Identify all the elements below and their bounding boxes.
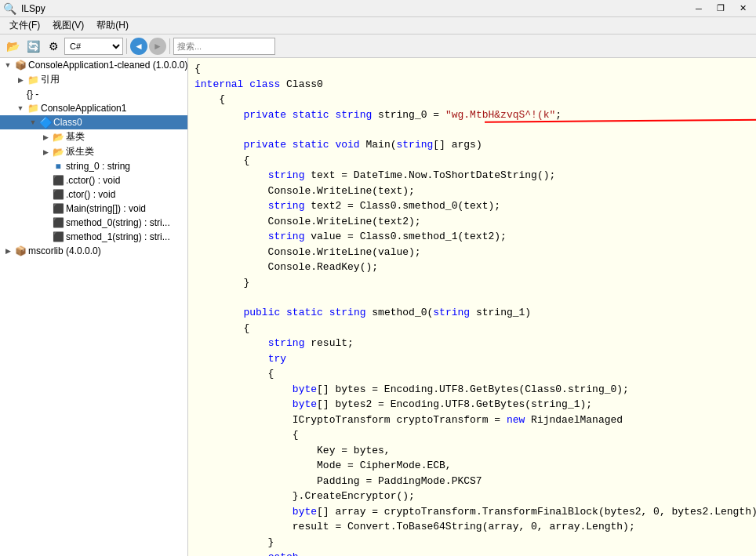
expand-icon[interactable] [39, 160, 52, 173]
code-line: } [194, 535, 750, 551]
code-token: Console.WriteLine(value); [194, 246, 421, 258]
code-token: Main( [360, 139, 397, 151]
tree-item-mscorlib[interactable]: ▶📦mscorlib (4.0.0.0) [0, 244, 187, 258]
tree-label: string_0 : string [66, 161, 130, 172]
refresh-button[interactable]: 🔄 [24, 37, 42, 56]
code-line [194, 290, 750, 305]
code-token: result = Convert.ToBase64String(array, 0… [194, 521, 635, 532]
tree-item-braces1[interactable]: {} - [0, 87, 187, 101]
tree-item-cctor[interactable]: ⬛.cctor() : void [0, 173, 187, 187]
code-token [194, 139, 243, 151]
close-button[interactable]: ✕ [732, 1, 753, 16]
tree-label: Class0 [53, 117, 82, 128]
code-container: {internal class Class0 { private static … [194, 61, 750, 556]
code-line: Console.WriteLine(text); [194, 184, 750, 199]
expand-icon[interactable] [14, 88, 27, 100]
expand-icon[interactable]: ▼ [2, 59, 14, 71]
code-token: private [243, 109, 286, 121]
code-token: byte [293, 398, 317, 410]
tree-icon: ⬛ [52, 202, 64, 215]
code-token: } [194, 536, 274, 548]
code-line: string text = DateTime.Now.ToShortDateSt… [194, 168, 750, 184]
code-token: public [243, 307, 280, 318]
tree-label: 引用 [41, 73, 60, 86]
tree-icon: 📦 [14, 59, 27, 71]
menu-help[interactable]: 帮助(H) [90, 17, 135, 34]
code-token: }.CreateEncryptor(); [194, 490, 415, 502]
tree-item-string0[interactable]: ■string_0 : string [0, 159, 187, 173]
app-icon: 🔍 [3, 2, 16, 15]
expand-icon[interactable]: ▶ [14, 74, 27, 86]
code-line: Padding = PaddingMode.PKCS7 [194, 474, 750, 489]
tree-icon: 📁 [27, 102, 39, 114]
expand-icon[interactable] [39, 174, 52, 187]
code-line: try [194, 351, 750, 367]
tree-item-main[interactable]: ⬛Main(string[]) : void [0, 202, 187, 216]
code-token: { [194, 368, 274, 380]
expand-icon[interactable]: ▶ [39, 146, 52, 158]
code-token [286, 139, 293, 151]
code-token [194, 383, 293, 395]
restore-button[interactable]: ❐ [711, 1, 731, 16]
menu-file[interactable]: 文件(F) [3, 17, 46, 34]
settings-button[interactable]: ⚙ [44, 37, 63, 56]
code-token: [] args) [433, 139, 482, 151]
expand-icon[interactable]: ▶ [2, 245, 14, 257]
code-token: "wg.MtbH&zvqS^!(k" [445, 109, 555, 121]
expand-icon[interactable] [39, 202, 52, 215]
tree-item-derived[interactable]: ▶📂派生类 [0, 144, 187, 159]
code-token [194, 353, 268, 365]
tree-label: smethod_1(string) : stri... [66, 231, 170, 242]
code-line: private static string string_0 = "wg.Mtb… [194, 107, 750, 123]
language-select[interactable]: C# IL IL with C# [64, 38, 123, 55]
tree-label: Main(string[]) : void [66, 203, 146, 214]
code-token: Class0 [280, 78, 323, 90]
tree-item-root[interactable]: ▼📦ConsoleApplication1-cleaned (1.0.0.0) [0, 58, 187, 72]
app-title: ILSpy [21, 3, 45, 14]
code-token: { [194, 63, 201, 74]
tree-icon: 📦 [14, 245, 27, 257]
tree-item-smethod0[interactable]: ⬛smethod_0(string) : stri... [0, 216, 187, 230]
code-line: byte[] bytes2 = Encoding.UTF8.GetBytes(s… [194, 397, 750, 412]
expand-icon[interactable] [39, 216, 52, 229]
code-token: byte [293, 506, 317, 518]
code-panel: {internal class Class0 { private static … [188, 58, 756, 556]
title-bar: 🔍 ILSpy ─ ❐ ✕ [0, 0, 756, 17]
expand-icon[interactable]: ▼ [14, 102, 27, 114]
search-input[interactable] [173, 38, 275, 55]
open-button[interactable]: 📂 [3, 37, 22, 56]
expand-icon[interactable]: ▶ [39, 131, 52, 144]
tree-item-ref[interactable]: ▶📁引用 [0, 72, 187, 87]
code-line: string result; [194, 336, 750, 351]
tree-item-smethod1[interactable]: ⬛smethod_1(string) : stri... [0, 230, 187, 244]
tree-icon: ⬛ [52, 231, 64, 243]
minimize-button[interactable]: ─ [689, 1, 709, 16]
tree-item-bases[interactable]: ▶📂基类 [0, 129, 187, 144]
back-button[interactable]: ◄ [130, 38, 147, 55]
code-token [194, 169, 268, 181]
menu-view[interactable]: 视图(V) [46, 17, 90, 34]
code-token: [] bytes = Encoding.UTF8.GetBytes(Class0… [317, 383, 629, 395]
expand-icon[interactable] [39, 231, 52, 243]
title-buttons: ─ ❐ ✕ [689, 1, 753, 16]
code-token: static [286, 307, 323, 318]
tree-label: ConsoleApplication1-cleaned (1.0.0.0) [28, 60, 187, 71]
code-token: ; [555, 109, 562, 121]
expand-icon[interactable] [39, 188, 52, 201]
tree-item-app1[interactable]: ▼📁ConsoleApplication1 [0, 101, 187, 115]
tree-item-ctor[interactable]: ⬛.ctor() : void [0, 187, 187, 202]
code-token [280, 307, 286, 318]
forward-button[interactable]: ► [149, 38, 166, 55]
code-token [286, 109, 293, 121]
code-line: { [194, 92, 750, 107]
code-token: string [268, 200, 305, 212]
code-token: value = Class0.smethod_1(text2); [304, 231, 506, 242]
expand-icon[interactable]: ▼ [27, 116, 39, 129]
code-line: Console.WriteLine(text2); [194, 214, 750, 230]
code-line: internal class Class0 [194, 77, 750, 93]
tree-item-class0[interactable]: ▼🔷Class0 [0, 115, 187, 129]
title-bar-left: 🔍 ILSpy [3, 2, 45, 15]
code-line: Console.WriteLine(value); [194, 245, 750, 260]
code-line: Mode = CipherMode.ECB, [194, 458, 750, 474]
code-token: string [268, 231, 305, 242]
